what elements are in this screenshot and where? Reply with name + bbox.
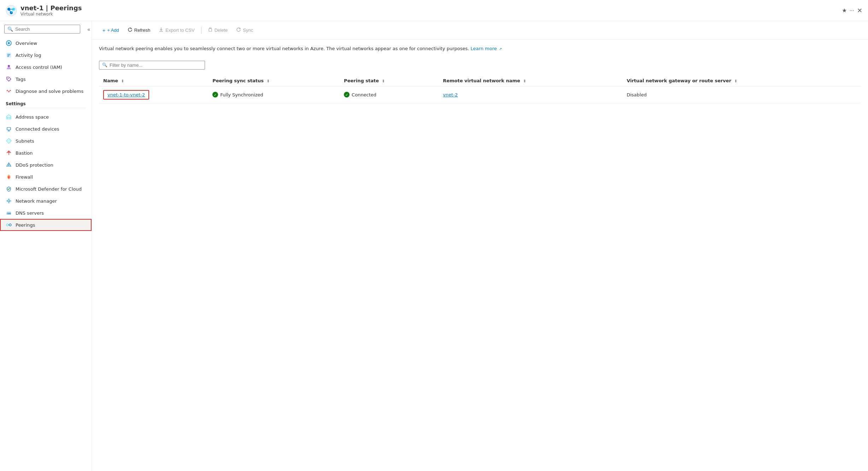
header-actions: ★ ··· ✕ [842, 7, 862, 14]
svg-line-22 [10, 90, 11, 91]
sidebar-item-connected-devices[interactable]: Connected devices [0, 123, 92, 135]
sort-state-icon: ↕ [382, 79, 385, 83]
sort-gateway-icon: ↕ [734, 79, 737, 83]
sidebar-item-dns-label: DNS servers [16, 210, 44, 216]
col-name[interactable]: Name ↕ [99, 75, 208, 87]
svg-line-39 [8, 189, 8, 190]
bastion-icon [6, 150, 12, 156]
sidebar-item-peerings-label: Peerings [16, 222, 35, 228]
table-row: vnet-1-to-vnet-2 Fully Synchronized [99, 86, 861, 103]
sidebar-item-firewall-label: Firewall [16, 174, 33, 180]
refresh-button[interactable]: Refresh [124, 25, 154, 35]
svg-rect-58 [209, 29, 212, 31]
table-section: Name ↕ Peering sync status ↕ Peering sta… [92, 75, 868, 103]
gateway-cell: Disabled [622, 86, 861, 103]
peering-sync-status-value: Fully Synchronized [212, 92, 335, 97]
page-title: vnet-1 | Peerings [20, 4, 842, 12]
sidebar-item-defender[interactable]: Microsoft Defender for Cloud [0, 183, 92, 195]
peering-state-value: Connected [344, 92, 434, 97]
svg-point-52 [7, 214, 8, 214]
sidebar-item-overview-label: Overview [16, 41, 37, 46]
sidebar-item-bastion[interactable]: Bastion [0, 147, 92, 159]
col-peering-sync-status[interactable]: Peering sync status ↕ [208, 75, 340, 87]
filter-search-icon: 🔍 [102, 62, 107, 67]
main-layout: 🔍 « Overview Activity log Access control… [0, 21, 868, 471]
search-icon: 🔍 [7, 26, 13, 32]
col-peering-state[interactable]: Peering state ↕ [340, 75, 439, 87]
sidebar-item-network-manager-label: Network manager [16, 198, 57, 204]
top-header: vnet-1 | Peerings Virtual network ★ ··· … [0, 0, 868, 21]
svg-rect-27 [7, 127, 11, 130]
sidebar-item-ddos-label: DDoS protection [16, 162, 53, 168]
peerings-icon [6, 222, 12, 228]
sidebar-item-iam[interactable]: Access control (IAM) [0, 61, 92, 73]
sidebar-item-iam-label: Access control (IAM) [16, 65, 62, 70]
filter-input[interactable] [110, 62, 202, 68]
sidebar-item-ddos[interactable]: DDoS protection [0, 159, 92, 171]
sidebar-item-diagnose-label: Diagnose and solve problems [16, 89, 83, 94]
peerings-table: Name ↕ Peering sync status ↕ Peering sta… [99, 75, 861, 103]
sync-icon [236, 27, 241, 33]
sidebar-item-tags[interactable]: Tags [0, 73, 92, 85]
refresh-icon [128, 27, 133, 33]
sidebar-item-peerings[interactable]: Peerings [0, 219, 92, 231]
header-title-group: vnet-1 | Peerings Virtual network [20, 4, 842, 17]
delete-icon [208, 27, 213, 33]
sidebar-item-diagnose[interactable]: Diagnose and solve problems [0, 85, 92, 97]
export-csv-button[interactable]: Export to CSV [155, 25, 198, 35]
svg-point-37 [8, 165, 10, 166]
more-options-button[interactable]: ··· [850, 7, 854, 14]
overview-icon [6, 40, 12, 46]
col-gateway[interactable]: Virtual network gateway or route server … [622, 75, 861, 87]
delete-button[interactable]: Delete [204, 25, 231, 35]
dns-icon [6, 210, 12, 216]
svg-point-43 [8, 203, 10, 204]
svg-point-41 [8, 200, 10, 202]
col-remote-vnet[interactable]: Remote virtual network name ↕ [439, 75, 622, 87]
svg-point-42 [8, 198, 10, 199]
svg-line-21 [9, 90, 10, 92]
iam-icon [6, 64, 12, 70]
sidebar-item-dns-servers[interactable]: DNS servers [0, 207, 92, 219]
close-button[interactable]: ✕ [857, 7, 862, 14]
sidebar-item-overview[interactable]: Overview [0, 37, 92, 49]
activity-log-icon [6, 52, 12, 58]
sidebar-item-address-space-label: Address space [16, 114, 49, 120]
sidebar-item-network-manager[interactable]: Network manager [0, 195, 92, 207]
svg-point-18 [8, 78, 8, 79]
remote-vnet-link[interactable]: vnet-2 [443, 92, 458, 97]
learn-more-link[interactable]: Learn more ↗ [471, 46, 502, 51]
sort-sync-icon: ↕ [266, 79, 269, 83]
filter-input-wrap[interactable]: 🔍 [99, 61, 205, 70]
description-section: Virtual network peering enables you to s… [92, 40, 868, 58]
address-space-icon [6, 114, 12, 120]
sidebar-item-firewall[interactable]: Firewall [0, 171, 92, 183]
export-icon [159, 27, 164, 33]
sidebar: 🔍 « Overview Activity log Access control… [0, 21, 92, 471]
sync-button[interactable]: Sync [233, 25, 257, 35]
favorite-button[interactable]: ★ [842, 7, 847, 14]
svg-point-0 [6, 5, 17, 16]
diagnose-icon [6, 88, 12, 94]
svg-point-53 [6, 224, 8, 226]
sort-name-icon: ↕ [121, 79, 124, 83]
peering-name-link[interactable]: vnet-1-to-vnet-2 [103, 90, 149, 100]
search-input[interactable] [15, 26, 77, 32]
sidebar-item-address-space[interactable]: Address space [0, 111, 92, 123]
sidebar-item-activity-log-label: Activity log [16, 53, 41, 58]
collapse-button[interactable]: « [86, 25, 92, 34]
description-text: Virtual network peering enables you to s… [99, 46, 469, 51]
sidebar-item-defender-label: Microsoft Defender for Cloud [16, 186, 82, 192]
tags-icon [6, 76, 12, 82]
search-box[interactable]: 🔍 [4, 25, 80, 34]
sidebar-item-subnets[interactable]: Subnets [0, 135, 92, 147]
sidebar-item-activity-log[interactable]: Activity log [0, 49, 92, 61]
page-subtitle: Virtual network [20, 12, 842, 17]
add-button[interactable]: + + Add [99, 26, 123, 35]
state-dot [344, 92, 350, 97]
toolbar-divider [201, 27, 201, 34]
connected-devices-icon [6, 126, 12, 132]
firewall-icon [6, 174, 12, 180]
svg-point-8 [8, 42, 10, 44]
settings-section-label: Settings [0, 97, 92, 108]
